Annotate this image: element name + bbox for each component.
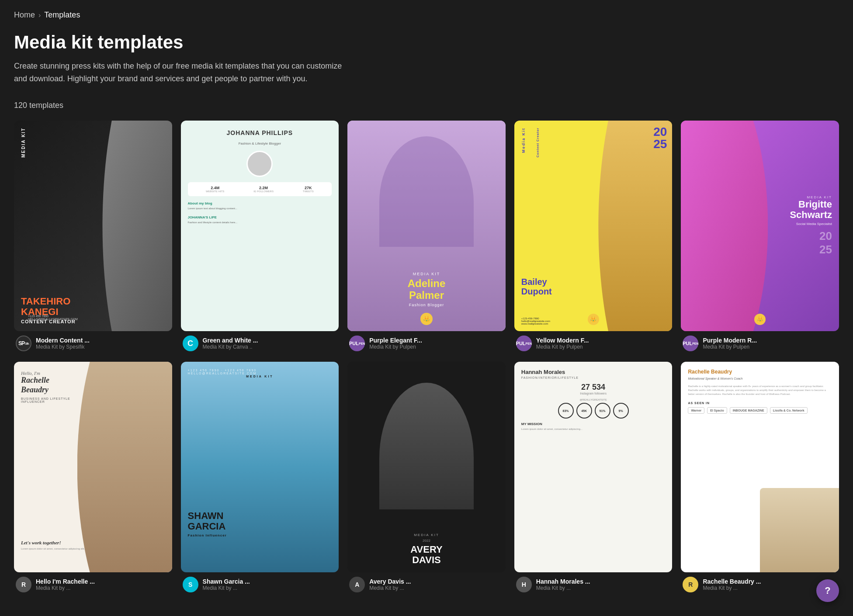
template-thumbnail: Hannah Morales FASHION/INTERIOR/LIFESTYL… [514, 362, 673, 572]
help-button[interactable]: ? [816, 579, 839, 602]
template-count: 120 templates [14, 101, 839, 110]
template-name: Shawn Garcia ... [203, 578, 250, 585]
template-avatar: R [16, 577, 31, 592]
template-avatar: A [349, 577, 365, 592]
template-info: PULPEN Purple Elegant F... Media Kit by … [347, 331, 506, 353]
template-info: PULPEN Yellow Modern F... Media Kit by P… [514, 331, 673, 353]
template-thumbnail: Media Kit BrigitteSchwartz Social Media … [681, 121, 839, 331]
template-info: C Green and White ... Media Kit by Canva… [181, 331, 339, 353]
template-name: Hello I'm Rachelle ... [36, 578, 95, 585]
template-source: Media Kit by Pulpen [369, 344, 422, 350]
template-grid: MEDIA KIT TAKEHIROKANEGI CONTENT CREATOR… [14, 121, 839, 594]
breadcrumb-current: Templates [44, 10, 80, 20]
template-card[interactable]: Media Kit AdelinePalmer Fashion Blogger … [347, 121, 506, 353]
template-avatar: R [683, 577, 698, 592]
template-thumbnail: Rachelle Beaudry Motivational Speaker & … [681, 362, 839, 572]
template-thumbnail: Media Kit 2022 AVERYDAVIS [347, 362, 506, 572]
template-source: Media Kit by ... [203, 585, 250, 591]
template-thumbnail: +123 456 7890 · +123 456 7890HELLO@REALL… [181, 362, 339, 572]
template-info: H Hannah Morales ... Media Kit by ... [514, 572, 673, 594]
template-source: Media Kit by ... [703, 585, 761, 591]
template-thumbnail: Media Kit AdelinePalmer Fashion Blogger … [347, 121, 506, 331]
template-info: A Avery Davis ... Media Kit by ... [347, 572, 506, 594]
template-card[interactable]: Media Kit Content Creator 2025 BaileyDup… [514, 121, 673, 353]
template-name: Rachelle Beaudry ... [703, 578, 761, 585]
template-source: Media Kit by Canva .. [203, 344, 258, 350]
template-info: S Shawn Garcia ... Media Kit by ... [181, 572, 339, 594]
template-source: Media Kit by ... [536, 585, 590, 591]
template-source: Media Kit by ... [369, 585, 411, 591]
template-avatar: H [516, 577, 532, 592]
template-name: Yellow Modern F... [536, 337, 589, 344]
template-card[interactable]: Hannah Morales FASHION/INTERIOR/LIFESTYL… [514, 362, 673, 594]
template-avatar: PULPEN [683, 336, 698, 351]
template-info: SPSifik Modern Content ... Media Kit by … [14, 331, 172, 353]
template-thumbnail: Media Kit Content Creator 2025 BaileyDup… [514, 121, 673, 331]
template-name: Avery Davis ... [369, 578, 411, 585]
template-avatar: C [183, 336, 198, 351]
page-title: Media kit templates [14, 32, 839, 53]
breadcrumb: Home › Templates [14, 10, 839, 20]
template-info: PULPEN Purple Modern R... Media Kit by P… [681, 331, 839, 353]
template-avatar: SPSifik [16, 336, 31, 351]
template-thumbnail: MEDIA KIT TAKEHIROKANEGI CONTENT CREATOR… [14, 121, 172, 331]
template-name: Hannah Morales ... [536, 578, 590, 585]
template-avatar: PULPEN [349, 336, 365, 351]
template-name: Purple Modern R... [703, 337, 757, 344]
breadcrumb-separator: › [38, 11, 41, 19]
template-info: R Rachelle Beaudry ... Media Kit by ... [681, 572, 839, 594]
template-card[interactable]: Media Kit 2022 AVERYDAVIS A Avery Davis … [347, 362, 506, 594]
template-source: Media Kit by Pulpen [703, 344, 757, 350]
template-name: Modern Content ... [36, 337, 90, 344]
template-source: Media Kit by Spesifik [36, 344, 90, 350]
template-source: Media Kit by Pulpen [536, 344, 589, 350]
template-thumbnail: JOHANNA PHILLIPS Fashion & Lifestyle Blo… [181, 121, 339, 331]
template-source: Media Kit by ... [36, 585, 95, 591]
breadcrumb-home[interactable]: Home [14, 10, 35, 20]
template-card[interactable]: MEDIA KIT TAKEHIROKANEGI CONTENT CREATOR… [14, 121, 172, 353]
template-card[interactable]: +123 456 7890 · +123 456 7890HELLO@REALL… [181, 362, 339, 594]
page-description: Create stunning press kits with the help… [14, 60, 355, 85]
template-card[interactable]: Rachelle Beaudry Motivational Speaker & … [681, 362, 839, 594]
template-card[interactable]: Media Kit BrigitteSchwartz Social Media … [681, 121, 839, 353]
template-info: R Hello I'm Rachelle ... Media Kit by ..… [14, 572, 172, 594]
template-name: Green and White ... [203, 337, 258, 344]
template-card[interactable]: JOHANNA PHILLIPS Fashion & Lifestyle Blo… [181, 121, 339, 353]
template-card[interactable]: Hello, I'm RachelleBeaudry BUSINESS AND … [14, 362, 172, 594]
template-thumbnail: Hello, I'm RachelleBeaudry BUSINESS AND … [14, 362, 172, 572]
template-avatar: PULPEN [516, 336, 532, 351]
template-name: Purple Elegant F... [369, 337, 422, 344]
template-avatar: S [183, 577, 198, 592]
